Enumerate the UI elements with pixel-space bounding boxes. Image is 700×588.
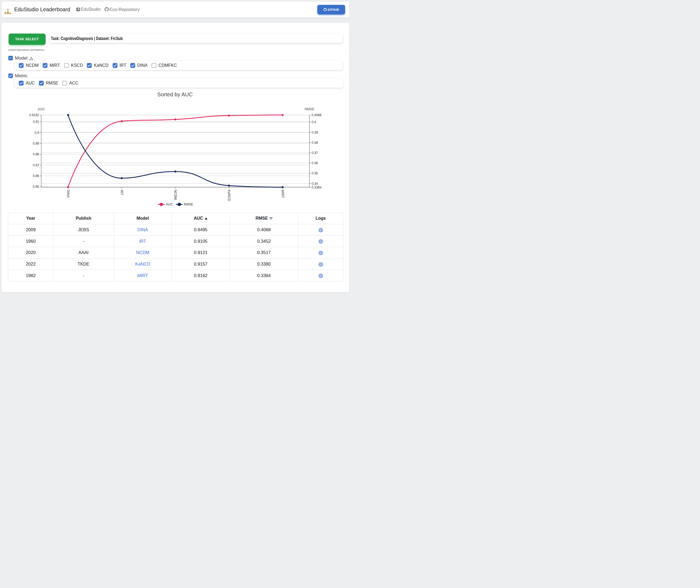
svg-text:0.39: 0.39 bbox=[312, 131, 318, 134]
svg-text:KaNCD: KaNCD bbox=[227, 190, 231, 201]
svg-text:IRT: IRT bbox=[120, 190, 124, 195]
svg-text:0.89: 0.89 bbox=[33, 142, 39, 145]
svg-text:AUC: AUC bbox=[38, 107, 45, 111]
svg-text:0.88: 0.88 bbox=[33, 152, 39, 156]
svg-text:0.34: 0.34 bbox=[312, 182, 318, 186]
svg-text:0.9: 0.9 bbox=[35, 131, 39, 135]
svg-text:0.85: 0.85 bbox=[33, 185, 39, 189]
svg-text:0.86: 0.86 bbox=[33, 174, 39, 178]
svg-text:0.38: 0.38 bbox=[312, 141, 318, 145]
svg-text:0.9162: 0.9162 bbox=[29, 113, 39, 117]
svg-text:0.35: 0.35 bbox=[312, 171, 318, 175]
svg-text:RMSE: RMSE bbox=[305, 107, 314, 111]
svg-text:DINA: DINA bbox=[66, 190, 70, 198]
svg-text:0.4: 0.4 bbox=[312, 120, 316, 124]
svg-text:MIRT: MIRT bbox=[281, 190, 285, 198]
svg-text:0.91: 0.91 bbox=[33, 120, 39, 124]
svg-text:0.37: 0.37 bbox=[312, 151, 318, 155]
svg-text:0.4068: 0.4068 bbox=[312, 113, 322, 117]
svg-text:NCDM: NCDM bbox=[174, 190, 177, 200]
svg-text:0.36: 0.36 bbox=[312, 161, 318, 165]
svg-text:0.87: 0.87 bbox=[33, 163, 39, 167]
svg-text:0.3364: 0.3364 bbox=[312, 186, 322, 189]
